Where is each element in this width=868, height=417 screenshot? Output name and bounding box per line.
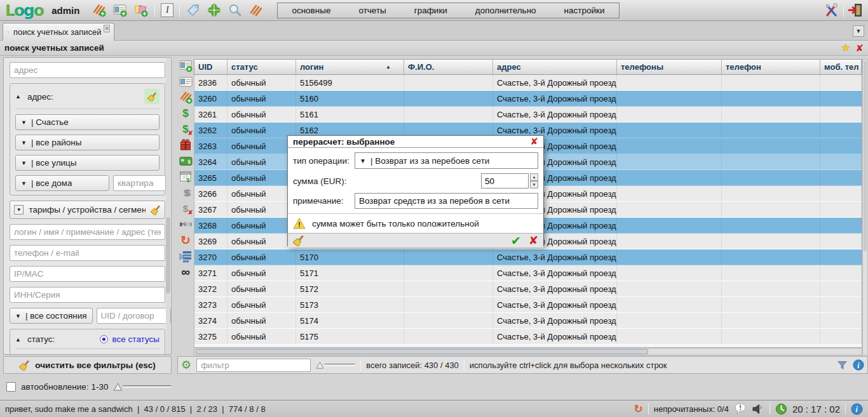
logout-icon[interactable] xyxy=(848,3,863,18)
city-dropdown[interactable]: ▼ | Счастье xyxy=(15,114,159,130)
table-row[interactable]: 3270обычный5170Счастье, 3-й Дорожный про… xyxy=(194,249,862,265)
clear-form-broom-icon[interactable] xyxy=(293,235,304,246)
refresh-icon[interactable]: ↻ xyxy=(634,404,642,414)
vertical-scrollbar[interactable] xyxy=(862,59,868,355)
amount-input[interactable] xyxy=(481,173,529,189)
menu-main[interactable]: основные xyxy=(292,6,330,15)
cell-phone xyxy=(722,313,820,328)
menu-extra[interactable]: дополнительно xyxy=(475,6,536,15)
note-input[interactable] xyxy=(355,193,538,209)
column-header-1[interactable]: статус xyxy=(227,60,296,74)
card-payment-icon[interactable]: $ xyxy=(179,154,193,168)
states-dropdown[interactable]: ▼ | все состояния xyxy=(10,308,93,324)
close-panel-icon[interactable]: ✘ xyxy=(855,43,864,54)
credit-icon[interactable]: $$ xyxy=(179,185,193,199)
gear-icon[interactable]: ⚙ xyxy=(181,359,191,371)
step-up-icon[interactable]: ▲ xyxy=(530,173,538,181)
tab-list-dropdown[interactable]: ▼ xyxy=(853,25,864,37)
add-account-icon[interactable] xyxy=(179,58,193,72)
tariff-dropdown[interactable]: ▼ тарифы / устройства / сегменты: xyxy=(10,201,165,219)
uid-contract-input[interactable] xyxy=(97,308,171,324)
table-row[interactable]: 3260обычный5160Счастье, 3-й Дорожный про… xyxy=(194,91,862,107)
payment-icon[interactable]: $ xyxy=(179,106,193,120)
inn-input[interactable] xyxy=(10,287,165,303)
cancel-icon[interactable]: ✘ xyxy=(529,234,538,248)
autorefresh-checkbox[interactable] xyxy=(6,382,16,392)
menu-charts[interactable]: графики xyxy=(414,6,447,15)
quick-filter-input[interactable] xyxy=(196,359,311,372)
info-icon[interactable]: i xyxy=(853,359,864,371)
clear-tariff-broom-icon[interactable] xyxy=(151,205,161,215)
street-dropdown[interactable]: ▼ | все улицы xyxy=(15,155,159,171)
sidebar-scrollbar[interactable] xyxy=(166,58,170,355)
add-note-icon[interactable] xyxy=(133,3,149,18)
horizontal-scrollbar[interactable] xyxy=(194,348,862,355)
payment-cancel-icon[interactable]: $✘ xyxy=(179,122,193,136)
tab-search-accounts[interactable]: поиск учетных записей ✕ xyxy=(3,23,114,41)
alert-bubble-icon[interactable]: ! xyxy=(734,402,747,415)
favorite-star-icon[interactable]: ★ xyxy=(841,41,850,55)
house-dropdown[interactable]: ▼ | все дома xyxy=(15,175,109,191)
recalc-icon[interactable] xyxy=(248,3,264,18)
account-card-icon[interactable] xyxy=(179,74,193,88)
table-row[interactable]: 3273обычный5173Счастье, 3-й Дорожный про… xyxy=(194,297,862,313)
queue-icon[interactable] xyxy=(179,249,193,263)
sound-icon[interactable]: ♪ xyxy=(752,402,764,415)
menu-reports[interactable]: отчеты xyxy=(358,6,386,15)
amount-label: сумма (EUR): xyxy=(293,176,355,186)
menu-settings[interactable]: настройки xyxy=(564,6,605,15)
credit-cancel-icon[interactable]: $✘ xyxy=(179,201,193,215)
clover-icon[interactable] xyxy=(207,3,222,18)
apartment-input[interactable] xyxy=(113,175,166,191)
autorefresh-slider[interactable] xyxy=(113,382,172,392)
slider-handle[interactable] xyxy=(113,382,123,392)
tag-icon[interactable] xyxy=(186,3,201,18)
info-icon[interactable]: i xyxy=(851,403,863,415)
tab-close-icon[interactable]: ✕ xyxy=(104,25,110,32)
table-row[interactable]: 3274обычный5174Счастье, 3-й Дорожный про… xyxy=(194,313,862,329)
clear-filters-button[interactable]: очистить все фильтры (esc) xyxy=(3,356,172,374)
recalc-add-icon[interactable] xyxy=(92,3,107,18)
text-cursor-icon[interactable]: I xyxy=(161,3,173,17)
operation-type-dropdown[interactable]: ▼ | Возврат из за перебоев сети xyxy=(355,152,538,169)
add-account-icon[interactable] xyxy=(112,3,128,18)
search-icon[interactable] xyxy=(227,3,243,18)
scheduled-payment-icon[interactable]: $ xyxy=(179,169,193,183)
table-row[interactable]: 3271обычный5171Счастье, 3-й Дорожный про… xyxy=(194,265,862,281)
column-header-0[interactable]: UID xyxy=(194,60,227,74)
table-row[interactable]: 3272обычный5172Счастье, 3-й Дорожный про… xyxy=(194,281,862,297)
refresh-icon[interactable]: ↻ xyxy=(179,233,193,247)
cell-address: Счастье, 3-й Дорожный проезд 5 xyxy=(493,75,617,90)
step-down-icon[interactable]: ▼ xyxy=(530,181,538,189)
slider-handle[interactable] xyxy=(316,361,324,369)
table-row[interactable]: 3261обычный5161Счастье, 3-й Дорожный про… xyxy=(194,107,862,122)
address-input[interactable] xyxy=(10,62,165,78)
table-row[interactable]: 3275обычный5175Счастье, 3-й Дорожный про… xyxy=(194,329,862,345)
amount-stepper[interactable]: ▲▼ xyxy=(530,173,538,189)
dialog-close-icon[interactable]: ✘ xyxy=(530,136,538,147)
column-header-7[interactable]: моб. тел xyxy=(820,60,862,74)
text-search-input[interactable] xyxy=(10,224,165,240)
all-statuses-radio[interactable]: все статусы xyxy=(100,334,159,344)
column-header-4[interactable]: адрес xyxy=(493,60,617,74)
gift-icon[interactable] xyxy=(179,138,193,152)
column-header-3[interactable]: Ф.И.О. xyxy=(404,60,493,74)
page-size-slider[interactable] xyxy=(316,361,355,369)
district-dropdown[interactable]: ▼ | все районы xyxy=(15,135,159,150)
table-row[interactable]: 2836обычный5156499Счастье, 3-й Дорожный … xyxy=(194,75,862,91)
unlimited-icon[interactable]: ∞ xyxy=(179,265,193,279)
tools-icon[interactable] xyxy=(824,3,839,18)
column-header-2[interactable]: логин▲ xyxy=(296,60,404,74)
clear-address-broom-icon[interactable] xyxy=(144,89,159,104)
records-count: всего записей: 430 / 430 xyxy=(366,361,459,370)
collapse-icon[interactable]: ▲ xyxy=(15,93,21,100)
ip-mac-input[interactable] xyxy=(10,266,165,282)
phone-email-input[interactable] xyxy=(10,245,165,261)
column-header-6[interactable]: телефон xyxy=(722,60,820,74)
collapse-icon[interactable]: ▲ xyxy=(15,336,21,343)
confirm-icon[interactable]: ✔ xyxy=(511,235,521,247)
recalc-add-icon[interactable] xyxy=(179,90,193,104)
column-header-5[interactable]: телефоны xyxy=(617,60,722,74)
contract-handshake-icon[interactable] xyxy=(179,217,193,231)
filter-funnel-icon[interactable] xyxy=(837,360,848,371)
